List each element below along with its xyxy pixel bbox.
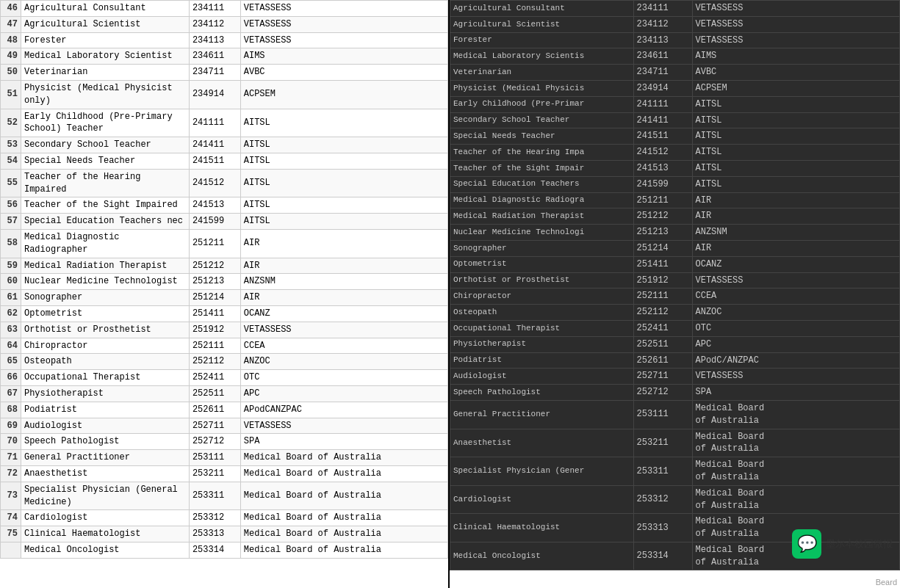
- occupation-cell: Medical Diagnostic Radiogra: [450, 192, 634, 208]
- body-cell: CCEA: [692, 288, 899, 305]
- anzsco-cell: 251211: [633, 192, 692, 208]
- table-row: 54 Special Needs Teacher 241511 AITSL: [1, 153, 448, 169]
- table-row: 68 Podiatrist 252611 APodCANZPAC: [1, 402, 448, 418]
- occupation-cell: Sonographer: [21, 290, 189, 306]
- anzsco-cell: 252712: [189, 434, 240, 450]
- row-number: 57: [1, 214, 21, 230]
- anzsco-cell: 253111: [633, 400, 692, 429]
- occupation-cell: Medical Laboratory Scientis: [450, 48, 634, 65]
- anzsco-cell: 251912: [633, 272, 692, 288]
- occupation-cell: Sonographer: [450, 240, 634, 256]
- row-number: 64: [1, 338, 21, 354]
- table-row: Forester 234113 VETASSESS: [450, 32, 900, 48]
- occupation-cell: Medical Diagnostic Radiographer: [21, 229, 189, 258]
- row-number: 58: [1, 229, 21, 258]
- anzsco-cell: 234111: [633, 1, 692, 17]
- table-row: Special Education Teachers 241599 AITSL: [450, 176, 900, 192]
- body-cell: AITSL: [240, 137, 447, 153]
- table-row: Special Needs Teacher 241511 AITSL: [450, 128, 900, 145]
- table-row: Sonographer 251214 AIR: [450, 240, 900, 256]
- occupation-cell: Nuclear Medicine Technologist: [21, 274, 189, 290]
- occupation-cell: Cardiologist: [21, 510, 189, 526]
- body-cell: ACPSEM: [692, 80, 899, 96]
- body-cell: AIR: [240, 258, 447, 274]
- occupation-cell: Medical Radiation Therapist: [21, 258, 189, 274]
- occupation-cell: Optometrist: [21, 305, 189, 322]
- table-row: 75 Clinical Haematologist 253313 Medical…: [1, 526, 448, 542]
- anzsco-cell: 253314: [189, 542, 240, 558]
- row-number: 49: [1, 48, 21, 65]
- table-row: 49 Medical Laboratory Scientist 234611 A…: [1, 48, 448, 65]
- anzsco-cell: 251213: [633, 225, 692, 241]
- occupation-cell: Occupational Therapist: [21, 370, 189, 386]
- watermark-text: 墨尔本校园微报: [826, 537, 893, 551]
- anzsco-cell: 234914: [633, 80, 692, 96]
- left-table: 46 Agricultural Consultant 234111 VETASS…: [0, 0, 448, 559]
- anzsco-cell: 251211: [189, 229, 240, 258]
- anzsco-cell: 252511: [633, 336, 692, 352]
- body-cell: ANZSNM: [692, 225, 899, 241]
- body-cell: VETASSESS: [240, 418, 447, 434]
- anzsco-cell: 234112: [633, 16, 692, 32]
- row-number: 54: [1, 153, 21, 169]
- row-number: 74: [1, 510, 21, 526]
- anzsco-cell: 241512: [633, 145, 692, 161]
- table-row: Osteopath 252112 ANZOC: [450, 305, 900, 321]
- body-cell: APodC/ANZPAC: [692, 352, 899, 369]
- anzsco-cell: 253311: [633, 457, 692, 486]
- anzsco-cell: 251912: [189, 322, 240, 338]
- body-cell: AITSL: [240, 109, 447, 137]
- anzsco-cell: 251212: [633, 208, 692, 225]
- occupation-cell: Early Childhood (Pre-Primary School) Tea…: [21, 109, 189, 137]
- table-row: General Practitioner 253111 Medical Boar…: [450, 400, 900, 429]
- body-cell: AVBC: [240, 65, 447, 81]
- table-row: 48 Forester 234113 VETASSESS: [1, 32, 448, 48]
- row-number: 72: [1, 465, 21, 482]
- occupation-cell: Teacher of the Sight Impair: [450, 160, 634, 176]
- occupation-cell: Occupational Therapist: [450, 320, 634, 336]
- body-cell: AVBC: [692, 65, 899, 81]
- occupation-cell: General Practitioner: [450, 400, 634, 429]
- left-panel: 46 Agricultural Consultant 234111 VETASS…: [0, 0, 450, 588]
- table-row: 51 Physicist (Medical Physicist only) 23…: [1, 80, 448, 109]
- row-number: 61: [1, 290, 21, 306]
- body-cell: AITSL: [692, 128, 899, 145]
- table-row: Veterinarian 234711 AVBC: [450, 65, 900, 81]
- body-cell: AITSL: [240, 214, 447, 230]
- anzsco-cell: 234711: [633, 65, 692, 81]
- body-cell: VETASSESS: [692, 16, 899, 32]
- table-row: 65 Osteopath 252112 ANZOC: [1, 354, 448, 370]
- body-cell: VETASSESS: [692, 32, 899, 48]
- table-row: Chiropractor 252111 CCEA: [450, 288, 900, 305]
- table-row: Medical Oncologist 253314 Medical Board …: [1, 542, 448, 558]
- occupation-cell: Physiotherapist: [21, 385, 189, 402]
- body-cell: AIMS: [240, 48, 447, 65]
- row-number: 70: [1, 434, 21, 450]
- row-number: 53: [1, 137, 21, 153]
- anzsco-cell: 241512: [189, 169, 240, 197]
- anzsco-cell: 251214: [189, 290, 240, 306]
- occupation-cell: General Practitioner: [21, 450, 189, 466]
- main-container: 46 Agricultural Consultant 234111 VETASS…: [0, 0, 900, 588]
- anzsco-cell: 253313: [189, 526, 240, 542]
- anzsco-cell: 252411: [633, 320, 692, 336]
- body-cell: AITSL: [240, 197, 447, 214]
- row-number: 50: [1, 65, 21, 81]
- occupation-cell: Medical Oncologist: [21, 542, 189, 558]
- anzsco-cell: 234611: [633, 48, 692, 65]
- row-number: 59: [1, 258, 21, 274]
- occupation-cell: Speech Pathologist: [450, 385, 634, 401]
- occupation-cell: Agricultural Scientist: [21, 16, 189, 32]
- occupation-cell: Osteopath: [21, 354, 189, 370]
- anzsco-cell: 251212: [189, 258, 240, 274]
- body-cell: OCANZ: [240, 305, 447, 322]
- table-row: 63 Orthotist or Prosthetist 251912 VETAS…: [1, 322, 448, 338]
- occupation-cell: Osteopath: [450, 305, 634, 321]
- occupation-cell: Early Childhood (Pre-Primar: [450, 96, 634, 112]
- row-number: 56: [1, 197, 21, 214]
- occupation-cell: Chiropractor: [450, 288, 634, 305]
- table-row: 73 Specialist Physician (General Medicin…: [1, 482, 448, 510]
- anzsco-cell: 252112: [633, 305, 692, 321]
- body-cell: AITSL: [692, 96, 899, 112]
- body-cell: OCANZ: [692, 256, 899, 272]
